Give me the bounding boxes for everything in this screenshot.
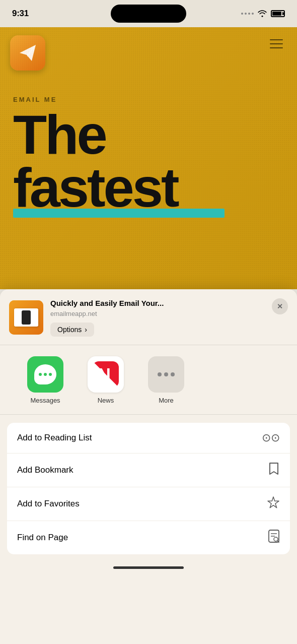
find-on-page-icon	[268, 530, 280, 546]
apps-row: Messages N News	[0, 345, 297, 415]
action-reading-list[interactable]: Add to Reading List ⊙⊙	[7, 423, 290, 454]
news-label: News	[98, 397, 114, 404]
status-time: 9:31	[12, 9, 29, 19]
find-on-page-label: Find on Page	[17, 533, 68, 543]
news-icon: N	[88, 356, 124, 393]
share-sheet: Quickly and Easily Email Your... emailme…	[0, 289, 297, 644]
wifi-icon	[258, 10, 267, 17]
preview-info: Quickly and Easily Email Your... emailme…	[50, 298, 265, 337]
favorites-icon	[267, 496, 280, 512]
reading-list-label: Add to Reading List	[17, 433, 92, 443]
preview-thumbnail	[9, 300, 43, 335]
hero-section: EMAIL ME The fastest	[0, 27, 297, 289]
more-label: More	[159, 397, 174, 404]
action-bookmark[interactable]: Add Bookmark	[7, 454, 290, 487]
app-item-messages[interactable]: Messages	[15, 356, 76, 404]
action-favorites[interactable]: Add to Favorites	[7, 487, 290, 521]
status-icons	[241, 10, 285, 17]
dynamic-island	[111, 5, 186, 23]
preview-url: emailmeapp.net	[50, 310, 265, 317]
status-bar: 9:31	[0, 0, 297, 27]
reading-list-icon: ⊙⊙	[262, 431, 280, 444]
hero-underline	[13, 209, 225, 218]
options-button[interactable]: Options ›	[50, 323, 94, 337]
bookmark-label: Add Bookmark	[17, 465, 73, 475]
close-button[interactable]: ✕	[272, 298, 288, 314]
app-item-news[interactable]: N News	[76, 356, 136, 404]
favorites-label: Add to Favorites	[17, 499, 80, 509]
messages-label: Messages	[30, 397, 60, 404]
bookmark-icon	[268, 462, 280, 478]
action-find-on-page[interactable]: Find on Page	[7, 521, 290, 554]
home-bar	[113, 566, 184, 569]
svg-text:N: N	[98, 365, 111, 385]
hero-title: The fastest	[0, 103, 297, 214]
action-list: Add to Reading List ⊙⊙ Add Bookmark Add …	[7, 423, 290, 554]
home-indicator	[0, 562, 297, 575]
more-icon	[148, 356, 184, 393]
battery-icon	[271, 10, 285, 17]
preview-card: Quickly and Easily Email Your... emailme…	[0, 289, 297, 345]
app-item-more[interactable]: More	[136, 356, 196, 404]
signal-dots	[241, 13, 254, 15]
preview-title: Quickly and Easily Email Your...	[50, 298, 265, 308]
messages-icon	[27, 356, 63, 393]
